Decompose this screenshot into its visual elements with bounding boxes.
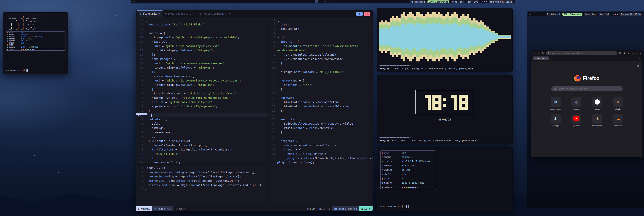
refresh-icon[interactable]: ↻ xyxy=(542,52,544,54)
code-line[interactable]: 7 class="k">inherit (self) outputs; xyxy=(136,143,268,147)
code-line[interactable]: 11 xyxy=(268,66,372,70)
code-line[interactable]: 18 nixpkgs.url = "github:nixos/nixpkgs/n… xyxy=(136,35,268,40)
code-line[interactable]: 20 bluetooth.powerOnBoot = class="b">tru… xyxy=(268,104,372,109)
code-line[interactable]: 26 }; xyxy=(268,130,372,134)
menu-icon[interactable]: ≡ xyxy=(133,1,134,3)
code-line[interactable]: 5 firefox-mod-blur = pkgs.class="f">call… xyxy=(136,183,268,187)
code-line[interactable]: 2 sops-nix.url = "github:Mic92/sops-nix"… xyxy=(136,104,268,109)
code-line[interactable]: 3 modulesPath, xyxy=(268,27,372,31)
code-line[interactable]: 23 security = { xyxy=(268,117,372,122)
workspace-tag-3[interactable]: 3 xyxy=(324,1,327,3)
personalize-gear-icon[interactable]: ⚙ xyxy=(637,65,639,68)
code-line[interactable]: 6 imports = [ xyxy=(268,40,372,44)
code-line[interactable]: 11 inputs.nixpkgs.follows = "nixpkgs"; xyxy=(136,66,268,70)
code-line[interactable]: 5 nixos-hardware.url = "github:nixos/nix… xyxy=(136,91,268,96)
tray-icon[interactable]: ● xyxy=(613,14,614,15)
forward-icon[interactable]: → xyxy=(537,52,540,54)
code-line[interactable]: 21 }; xyxy=(268,109,372,113)
buffer-pkgs-default[interactable]: 1{pkgs, ...}: {2 tux-awesome-wm-config =… xyxy=(136,165,268,207)
code-line[interactable]: plugin thunar-volman]; xyxy=(268,160,372,165)
code-line[interactable]: 4 ... xyxy=(268,31,372,35)
tray-icon[interactable]: ● xyxy=(615,14,616,15)
code-line[interactable]: 24 sudo.wheelNeedsPassword = class="b">f… xyxy=(268,122,372,126)
url-bar[interactable] xyxy=(546,51,617,55)
code-line[interactable]: 1 }; xyxy=(136,109,268,113)
code-line[interactable]: 21 description = "tux's NixOS Flake"; xyxy=(136,23,268,27)
code-line[interactable]: 12 nixpkgs.hostPlatform = "x86_64-linux"… xyxy=(268,70,372,74)
code-line[interactable]: 14 }; xyxy=(136,53,268,57)
shortcut-chatgpt[interactable]: ✻chatgpt xyxy=(547,114,565,127)
shortcut-amazon[interactable]: a⌣amazon xyxy=(568,97,586,110)
terminal-fetch-window[interactable]: _ __ (_) __ __ | '_ \ | | \ \/ / | | | |… xyxy=(3,12,68,74)
buffer-flake-nix[interactable]: 22{21 description = "tux's NixOS Flake";… xyxy=(136,18,268,164)
code-line[interactable]: 27 xyxy=(268,134,372,139)
newtab-search-input[interactable] xyxy=(558,88,620,90)
code-line[interactable]: 1 outputs = { xyxy=(136,117,268,122)
code-line[interactable]: 16 }; xyxy=(268,87,372,91)
code-line[interactable]: 10 ]; xyxy=(268,61,372,66)
shortcut-claude[interactable]: ✳claude xyxy=(609,97,627,110)
shortcut-github[interactable]: github xyxy=(588,97,606,110)
newtab-search-bar[interactable] xyxy=(551,86,623,91)
code-line[interactable]: 7 "${modulesPath}/installer/cd-dvd/insta… xyxy=(268,44,372,48)
code-line[interactable]: 15 inputs.nixpkgs.follows = "nixpkgs"; xyxy=(136,48,268,53)
close-button[interactable]: × xyxy=(640,52,641,54)
code-line[interactable]: 3 nur.url = "github:nix-community/nur"; xyxy=(136,100,268,104)
code-line[interactable]: 32 plugins = class="k">with pkgs.xfce; [… xyxy=(268,156,372,160)
editor-tab-hostsisoImag...[interactable]: ❄hosts/isoImag...× xyxy=(197,10,233,18)
code-line[interactable]: 8 forAllSystems = nixpkgs.lib.class="f">… xyxy=(136,147,268,152)
code-line[interactable]: 11 username = "tux"; xyxy=(136,160,268,164)
code-line[interactable]: n-cd-minimal.nix" xyxy=(268,48,372,53)
code-line[interactable]: 17 xyxy=(268,91,372,96)
clock-widget[interactable]: Thu Aug 08, 18:18 xyxy=(620,13,642,16)
code-line[interactable]: 17 nixos-wsl = { xyxy=(136,40,268,44)
code-line[interactable]: 1{pkgs, ...}: { xyxy=(136,166,268,170)
shortcut-search.nixos[interactable]: ❄search.nixos xyxy=(547,97,565,110)
clock-widget[interactable]: Thu Aug 08, 18:18 xyxy=(488,1,513,3)
app-menu-icon[interactable]: ≡ xyxy=(627,52,630,54)
tray-icon[interactable]: ● xyxy=(617,14,618,15)
code-line[interactable]: 14 networking = { xyxy=(268,79,372,83)
tray-icon[interactable]: ● xyxy=(482,1,484,3)
code-line[interactable]: 8 url = "github:nix-community/nix-vscode… xyxy=(136,79,268,83)
code-line[interactable]: 13 xyxy=(268,74,372,79)
audio-visualizer-window[interactable]: =====================> Playing:ffee for … xyxy=(377,8,513,72)
code-line[interactable]: 4 astronvim = pkgs.class="f">callPackage… xyxy=(136,179,268,183)
extensions-icon[interactable]: ▧ xyxy=(618,52,622,54)
tab-close-icon[interactable]: × xyxy=(546,57,547,59)
shortcut-cloudflare[interactable]: ☁cloudflare xyxy=(609,114,627,127)
code-line[interactable]: 25 rtkit.enable = class="b">true; xyxy=(268,126,372,130)
tab-close-icon[interactable]: × xyxy=(193,12,194,15)
code-line[interactable]: 4 home-manager, xyxy=(136,130,268,134)
url-input[interactable] xyxy=(550,52,616,55)
clock-window[interactable]: 08/08/24 =====================> Playing:… xyxy=(377,75,513,144)
code-line[interactable]: 10 ]; xyxy=(136,156,268,160)
code-line[interactable]: 5}: { xyxy=(268,35,372,40)
code-line[interactable]: 22 xyxy=(268,113,372,117)
code-line[interactable]: 5 ... xyxy=(136,134,268,139)
tab-close-icon[interactable]: × xyxy=(158,12,160,15)
tray-icon[interactable]: ♪ xyxy=(480,1,482,3)
workspace-tag-4[interactable]: 4 xyxy=(328,1,331,3)
code-line[interactable]: 7 inputs.nixpkgs.follows = "nixpkgs"; xyxy=(136,83,268,87)
code-line[interactable]: 10 }; xyxy=(136,70,268,74)
code-line[interactable]: 30 thunar = { xyxy=(268,147,372,152)
shortcut-youtube[interactable]: ▶youtube xyxy=(568,114,586,127)
code-line[interactable]: 18 hardware = { xyxy=(268,96,372,100)
code-line[interactable]: 9 ../../modules/nixos/desktop/awesome xyxy=(268,57,372,61)
code-line[interactable]: 6} xyxy=(136,187,268,192)
code-line[interactable]: 1{ xyxy=(268,18,372,23)
code-line[interactable]: 3 nixpkgs, xyxy=(136,126,268,130)
code-line[interactable]: 4 nixpkgs-f2k.url = "github:moni-dz/nixp… xyxy=(136,96,268,100)
list-tabs-chevron-icon[interactable]: ∨ xyxy=(639,57,641,60)
shortcut-chat.openai[interactable]: ✻chat.openai xyxy=(588,114,606,127)
new-tab-button[interactable]: + xyxy=(550,57,552,60)
pin-button[interactable]: ◉ xyxy=(356,12,363,16)
tray-icon[interactable]: ♪ xyxy=(612,14,612,15)
close-buffer-button[interactable]: × xyxy=(364,12,370,16)
code-line[interactable]: 13 home-manager = { xyxy=(136,57,268,61)
code-line[interactable]: 29 ssh.startAgent = class="b">true; xyxy=(268,143,372,147)
workspace-tag-2[interactable]: 2 xyxy=(320,1,322,3)
tab-close-icon[interactable]: × xyxy=(229,12,230,15)
terminal-fetch-window-2[interactable]: ◉usertux⌂hnamecanopus❄distroNixOS 24.11 … xyxy=(377,147,513,211)
